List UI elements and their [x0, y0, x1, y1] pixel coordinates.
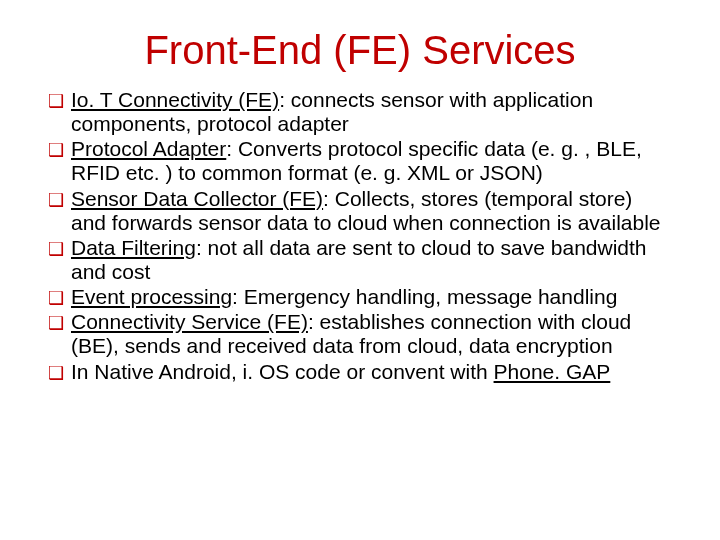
bullet-list: ❑Io. T Connectivity (FE): connects senso…: [48, 88, 672, 384]
list-item-lead: Protocol Adapter: [71, 137, 226, 160]
list-item: ❑Protocol Adapter: Converts protocol spe…: [48, 137, 672, 185]
bullet-icon: ❑: [48, 288, 65, 309]
list-item-body: Io. T Connectivity (FE): connects sensor…: [71, 88, 672, 136]
list-item-lead: Io. T Connectivity (FE): [71, 88, 279, 111]
bullet-icon: ❑: [48, 91, 65, 112]
list-item: ❑Io. T Connectivity (FE): connects senso…: [48, 88, 672, 136]
list-item: ❑In Native Android, i. OS code or conven…: [48, 360, 672, 384]
list-item-body: Event processing: Emergency handling, me…: [71, 285, 672, 309]
list-item-lead: Data Filtering: [71, 236, 196, 259]
list-item-body: Connectivity Service (FE): establishes c…: [71, 310, 672, 358]
list-item-body: In Native Android, i. OS code or convent…: [71, 360, 672, 384]
list-item-lead: In Native Android, i. OS code or convent…: [71, 360, 494, 383]
list-item-body: Protocol Adapter: Converts protocol spec…: [71, 137, 672, 185]
bullet-icon: ❑: [48, 140, 65, 161]
list-item-link[interactable]: Phone. GAP: [494, 360, 611, 383]
list-item-lead: Connectivity Service (FE): [71, 310, 308, 333]
list-item-body: Data Filtering: not all data are sent to…: [71, 236, 672, 284]
list-item: ❑Data Filtering: not all data are sent t…: [48, 236, 672, 284]
list-item: ❑Connectivity Service (FE): establishes …: [48, 310, 672, 358]
slide: Front-End (FE) Services ❑Io. T Connectiv…: [0, 28, 720, 540]
list-item-rest: : Emergency handling, message handling: [232, 285, 617, 308]
bullet-icon: ❑: [48, 190, 65, 211]
list-item: ❑Sensor Data Collector (FE): Collects, s…: [48, 187, 672, 235]
bullet-icon: ❑: [48, 363, 65, 384]
list-item-body: Sensor Data Collector (FE): Collects, st…: [71, 187, 672, 235]
page-title: Front-End (FE) Services: [40, 28, 680, 72]
bullet-icon: ❑: [48, 313, 65, 334]
list-item: ❑Event processing: Emergency handling, m…: [48, 285, 672, 309]
bullet-icon: ❑: [48, 239, 65, 260]
list-item-lead: Event processing: [71, 285, 232, 308]
list-item-lead: Sensor Data Collector (FE): [71, 187, 323, 210]
